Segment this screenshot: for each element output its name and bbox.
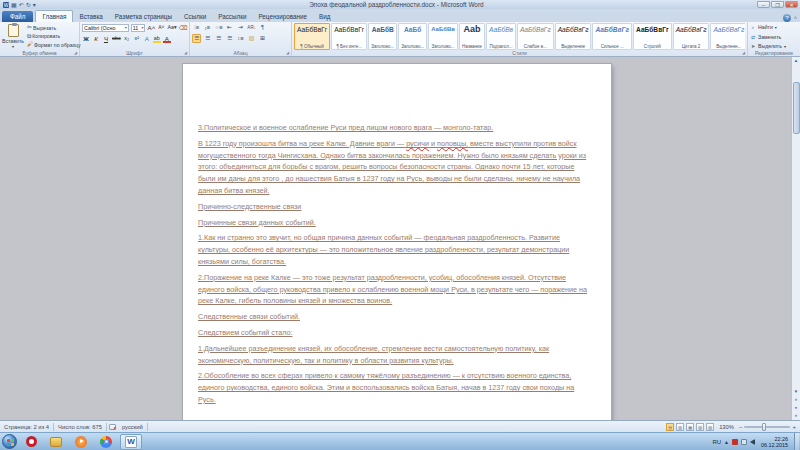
- replace-button[interactable]: ⇄ Заменить: [750, 34, 798, 40]
- style-no-spacing[interactable]: АаБбВвГг ¶ Без инте...: [331, 23, 367, 50]
- paragraph-dialog-launcher[interactable]: ◢: [286, 51, 290, 55]
- help-icon[interactable]: ?: [783, 14, 791, 22]
- increase-indent-button[interactable]: ⇥: [236, 23, 245, 32]
- find-button[interactable]: ⌕ Найти▾: [750, 24, 798, 30]
- scrollbar-thumb[interactable]: [793, 82, 800, 134]
- tab-mailings[interactable]: Рассылки: [212, 11, 252, 22]
- format-painter-button[interactable]: 🖌 Формат по образцу: [26, 41, 82, 48]
- tab-insert[interactable]: Вставка: [73, 11, 108, 22]
- decrease-indent-button[interactable]: ⇤: [225, 23, 234, 32]
- tab-review[interactable]: Рецензирование: [252, 11, 313, 22]
- superscript-button[interactable]: x²: [133, 34, 141, 43]
- underline-button[interactable]: Ч: [102, 34, 110, 43]
- highlight-color-button[interactable]: ab: [153, 34, 161, 43]
- tray-hidden-icons[interactable]: ▲: [724, 439, 729, 445]
- language-indicator[interactable]: русский: [118, 424, 147, 430]
- taskbar-opera-button[interactable]: [20, 434, 42, 450]
- doc-paragraph[interactable]: 1.Дальнейшее разъединение князей, их обо…: [198, 343, 589, 367]
- tray-clock[interactable]: 22:26 06.12.2015: [758, 436, 791, 448]
- style-normal[interactable]: АаБбВвГг ¶ Обычный: [294, 23, 330, 50]
- strikethrough-button[interactable]: abc: [112, 34, 121, 43]
- style-intense-quote[interactable]: АаБбВвГг Выделенн...: [710, 23, 745, 50]
- select-button[interactable]: ➤ Выделить▾: [750, 43, 798, 49]
- font-dialog-launcher[interactable]: ◢: [184, 51, 188, 55]
- shading-button[interactable]: ▨: [247, 34, 256, 43]
- tab-references[interactable]: Ссылки: [178, 11, 212, 22]
- line-spacing-button[interactable]: ↕≡: [236, 34, 245, 43]
- styles-dialog-launcher[interactable]: ◢: [742, 51, 746, 55]
- justify-button[interactable]: ☰: [225, 34, 234, 43]
- style-heading1[interactable]: АаБбВ Заголово...: [368, 23, 397, 50]
- collapse-ribbon-icon[interactable]: ˄: [794, 15, 797, 21]
- clipboard-dialog-launcher[interactable]: ◢: [74, 51, 78, 55]
- doc-paragraph[interactable]: Следственные связи событий.: [198, 311, 589, 323]
- style-quote2[interactable]: АаБбВвГг Цитата 2: [673, 23, 710, 50]
- start-button[interactable]: [2, 434, 17, 449]
- doc-paragraph[interactable]: Следствием событий стало:: [198, 327, 589, 339]
- doc-paragraph[interactable]: Причинно-следственные связи: [198, 201, 589, 213]
- redo-icon[interactable]: ↻: [26, 2, 31, 8]
- scroll-down-icon[interactable]: ▼: [794, 388, 798, 395]
- zoom-out-icon[interactable]: −: [739, 423, 743, 431]
- italic-button[interactable]: К: [92, 34, 100, 43]
- zoom-slider-thumb[interactable]: [762, 423, 766, 431]
- tab-file[interactable]: Файл: [2, 11, 33, 22]
- word-app-icon[interactable]: W: [3, 2, 9, 8]
- bullets-button[interactable]: ⁝≡: [192, 23, 201, 32]
- bold-button[interactable]: Ж: [82, 34, 90, 43]
- doc-paragraph[interactable]: 2.Поражение на реке Калке — это тоже рез…: [198, 272, 589, 307]
- taskbar-chrome-button[interactable]: [95, 434, 117, 450]
- save-icon[interactable]: ▦: [11, 2, 17, 8]
- doc-paragraph[interactable]: 3.Политическое и военное ослабление Руси…: [198, 122, 589, 134]
- grow-font-button[interactable]: А˄: [147, 23, 155, 32]
- show-marks-button[interactable]: ¶: [258, 23, 267, 32]
- doc-paragraph[interactable]: 1.Как ни странно это звучит, но общая пр…: [198, 232, 589, 267]
- font-color-button[interactable]: А: [163, 34, 171, 43]
- proofing-errors-icon[interactable]: [109, 424, 116, 430]
- doc-paragraph[interactable]: 2.Обособление во всех сферах привело к с…: [198, 370, 589, 405]
- align-right-button[interactable]: ☰: [214, 34, 223, 43]
- web-layout-view-button[interactable]: ▦: [686, 423, 694, 431]
- taskbar-app-button[interactable]: [45, 434, 67, 450]
- style-strong[interactable]: АаБбВвГг Строгий: [633, 23, 672, 50]
- style-heading3[interactable]: АаБбВв Заголово...: [428, 23, 458, 50]
- tab-home[interactable]: Главная: [35, 10, 73, 22]
- style-subtitle[interactable]: АаБбВв Подзагол...: [486, 23, 516, 50]
- previous-page-icon[interactable]: «: [795, 396, 798, 403]
- style-subtle-emphasis[interactable]: АаБбВвГг Слабое в...: [517, 23, 554, 50]
- style-heading2[interactable]: АаБб Заголово...: [398, 23, 427, 50]
- font-size-combo[interactable]: 11▾: [131, 24, 146, 32]
- text-effects-button[interactable]: А: [143, 34, 151, 43]
- undo-icon[interactable]: ↶: [19, 2, 24, 8]
- next-page-icon[interactable]: »: [795, 412, 798, 419]
- outline-view-button[interactable]: ▧: [696, 423, 704, 431]
- doc-paragraph[interactable]: В 1223 году произошла битва на реке Калк…: [198, 138, 589, 197]
- vertical-scrollbar[interactable]: ▲ ▼ « ● »: [791, 57, 800, 420]
- subscript-button[interactable]: x₂: [123, 34, 131, 43]
- tab-view[interactable]: Вид: [313, 11, 336, 22]
- tab-page-layout[interactable]: Разметка страницы: [109, 11, 178, 22]
- word-count[interactable]: Число слов: 675: [54, 424, 106, 430]
- paste-dropdown-arrow[interactable]: ▾: [12, 44, 14, 49]
- zoom-level[interactable]: 130%: [716, 424, 737, 430]
- tray-volume-icon[interactable]: [750, 439, 755, 445]
- scroll-up-icon[interactable]: ▲: [794, 57, 798, 64]
- fullscreen-reading-view-button[interactable]: ▥: [676, 423, 684, 431]
- document-page[interactable]: 3.Политическое и военное ослабление Руси…: [183, 64, 611, 420]
- align-center-button[interactable]: ☰: [203, 34, 212, 43]
- doc-paragraph[interactable]: Причинные связи данных событий.: [198, 217, 589, 229]
- tray-antivirus-icon[interactable]: [732, 439, 738, 445]
- maximize-button[interactable]: ❐: [771, 1, 784, 8]
- multilevel-list-button[interactable]: ⁘≡: [214, 23, 223, 32]
- align-left-button[interactable]: ☰: [192, 34, 201, 43]
- tray-network-icon[interactable]: [741, 439, 747, 445]
- page-indicator[interactable]: Страница: 2 из 4: [0, 424, 53, 430]
- taskbar-media-button[interactable]: [70, 434, 92, 450]
- close-button[interactable]: ✕: [785, 1, 798, 8]
- draft-view-button[interactable]: ▨: [706, 423, 714, 431]
- zoom-in-icon[interactable]: +: [792, 423, 796, 431]
- font-name-combo[interactable]: Calibri (Осно▾: [82, 24, 129, 32]
- clear-formatting-button[interactable]: ⌫: [179, 23, 188, 32]
- change-case-button[interactable]: Аа▾: [167, 23, 176, 32]
- style-intense-emphasis[interactable]: АаБбВвГг Сильное ...: [592, 23, 632, 50]
